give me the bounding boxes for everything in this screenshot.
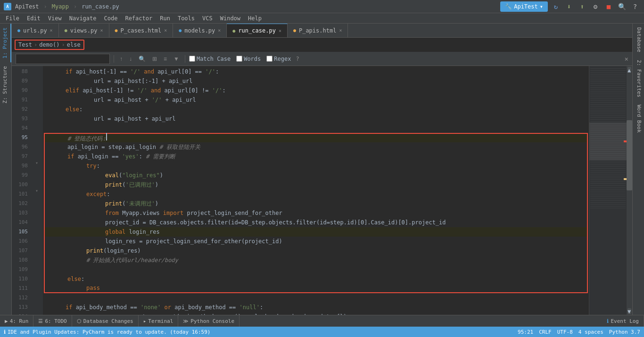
fold-marker-98[interactable]: ▾: [35, 158, 43, 168]
tab-run-case-py[interactable]: ● run_case.py ×: [227, 24, 288, 38]
search-everywhere-button[interactable]: 🔍: [617, 1, 627, 12]
words-checkbox[interactable]: [236, 56, 242, 62]
match-case-option[interactable]: Match Case: [189, 56, 231, 62]
minimap: [589, 66, 627, 315]
tab-icon-pcases: ●: [115, 28, 118, 33]
tab-close-pcases[interactable]: ×: [164, 28, 167, 33]
menu-file[interactable]: File: [2, 14, 23, 23]
status-encoding[interactable]: UTF-8: [557, 329, 573, 335]
refresh-button[interactable]: ↻: [551, 1, 561, 12]
words-option[interactable]: Words: [236, 56, 261, 62]
search-bar: ↑ ↓ 🔍 ⊞ ≡ ▼ Match Case Words Regex ? ×: [12, 52, 632, 66]
download-button[interactable]: ⬇: [564, 1, 574, 12]
match-case-checkbox[interactable]: [189, 56, 195, 62]
scroll-track[interactable]: [627, 74, 632, 307]
bottom-tab-run[interactable]: ▶ 4: Run: [0, 315, 33, 327]
search-input[interactable]: [16, 54, 110, 64]
breadcrumb-else[interactable]: else: [67, 41, 81, 48]
status-position[interactable]: 95:21: [518, 329, 533, 335]
regex-help-icon[interactable]: ?: [296, 56, 299, 62]
tab-views-py[interactable]: ● views.py ×: [59, 24, 109, 38]
breadcrumb-test[interactable]: Test: [18, 41, 32, 48]
sidebar-tab-favorites[interactable]: 2: Favorites: [633, 56, 644, 101]
search-options-button[interactable]: ▼: [172, 55, 181, 63]
minimap-code: [589, 66, 627, 315]
help-button[interactable]: ?: [630, 1, 640, 12]
code-line-88: if api_host[-1] == '/' and api_url[0] ==…: [43, 67, 589, 76]
status-message[interactable]: ℹ IDE and Plugin Updates: PyCharm is rea…: [4, 329, 210, 335]
stop-button[interactable]: ■: [603, 1, 614, 12]
status-indent[interactable]: 4 spaces: [578, 329, 603, 335]
search-more-button[interactable]: ≡: [162, 55, 169, 63]
search-close-button[interactable]: ×: [625, 55, 628, 63]
tab-p-apis-html[interactable]: ● P_apis.html ×: [288, 24, 348, 38]
code-line-97: if api_login == 'yes': # 需要判断: [44, 152, 588, 161]
code-line-95: # 登陆态代码:: [44, 133, 588, 142]
tab-close-views[interactable]: ×: [100, 28, 103, 33]
search-find-button[interactable]: 🔍: [137, 55, 148, 63]
tab-close-runcase[interactable]: ×: [279, 28, 281, 33]
menu-navigate[interactable]: Navigate: [66, 14, 100, 23]
code-line-101: except:: [44, 189, 588, 199]
regex-checkbox[interactable]: [266, 56, 272, 62]
code-editor[interactable]: 88 89 90 91 92 93 94 95 96 97 98 99 100 …: [12, 66, 632, 315]
code-line-93: url = api_host + api_url: [43, 114, 589, 123]
menu-code[interactable]: Code: [100, 14, 122, 23]
tab-close-papis[interactable]: ×: [339, 28, 342, 33]
regex-option[interactable]: Regex: [266, 56, 291, 62]
tab-icon-papis: ●: [293, 28, 296, 33]
current-file: run_case.py: [82, 3, 119, 10]
menu-view[interactable]: View: [44, 14, 66, 23]
code-line-100: print('已调用过'): [44, 180, 588, 189]
sidebar-tab-wordbook[interactable]: Word Book: [633, 101, 644, 137]
upload-button[interactable]: ⬆: [577, 1, 587, 12]
tab-icon-views: ●: [65, 28, 67, 33]
code-line-111: pass: [44, 284, 588, 293]
api-test-button[interactable]: 🔧 ApiTest ▾: [500, 1, 548, 12]
code-line-94: [43, 123, 589, 133]
tab-close-urls[interactable]: ×: [50, 28, 53, 33]
bottom-tab-db-changes[interactable]: ⬡ Database Changes: [72, 315, 139, 327]
code-content[interactable]: if api_host[-1] == '/' and api_url[0] ==…: [43, 66, 589, 315]
tab-p-cases-html[interactable]: ● P_cases.html ×: [109, 24, 173, 38]
bottom-tab-terminal[interactable]: ▸ Terminal: [139, 315, 179, 327]
menu-edit[interactable]: Edit: [23, 14, 44, 23]
bottom-tab-event-log[interactable]: ℹ Event Log: [602, 315, 644, 327]
scroll-down-button[interactable]: ▼: [627, 308, 631, 314]
sidebar-tab-project[interactable]: 1: Project: [0, 24, 11, 62]
search-next-button[interactable]: ↓: [127, 55, 134, 63]
menu-vcs[interactable]: VCS: [198, 14, 216, 23]
sidebar-tab-database[interactable]: Database: [633, 24, 644, 56]
bottom-tab-todo[interactable]: ☰ 6: TODO: [33, 315, 72, 327]
scrollbar[interactable]: ▲ ▼: [627, 66, 632, 315]
scroll-up-button[interactable]: ▲: [627, 67, 631, 73]
breadcrumb-demo[interactable]: demo(): [39, 41, 59, 48]
fold-gutter: ▾ ▾: [35, 66, 43, 315]
terminal-icon: ▸: [143, 318, 147, 324]
code-line-110: else:: [44, 274, 588, 284]
status-python-version[interactable]: Python 3.7: [609, 329, 640, 335]
bottom-tab-python-console[interactable]: ≫ Python Console: [178, 315, 239, 327]
sidebar-tab-structure[interactable]: Z: Structure: [0, 62, 11, 107]
search-prev-button[interactable]: ↑: [118, 55, 124, 63]
tab-urls-py[interactable]: ● urls.py ×: [12, 24, 59, 38]
menu-run[interactable]: Run: [156, 14, 174, 23]
menu-help[interactable]: Help: [244, 14, 265, 23]
fold-marker-101[interactable]: ▾: [35, 186, 43, 195]
menu-tools[interactable]: Tools: [174, 14, 198, 23]
tab-models-py[interactable]: ● models.py ×: [173, 24, 227, 38]
code-line-106: login_res = project_login_send_for_other…: [44, 237, 588, 246]
scroll-thumb[interactable]: [627, 120, 632, 190]
code-line-103: from Myapp.views import project_login_se…: [44, 208, 588, 218]
tab-close-models[interactable]: ×: [218, 28, 221, 33]
status-line-ending[interactable]: CRLF: [539, 329, 552, 335]
bottom-bar: ▶ 4: Run ☰ 6: TODO ⬡ Database Changes ▸ …: [0, 315, 644, 327]
code-line-96: api_login = step.api_login # 获取登陆开关: [44, 142, 588, 152]
menu-refactor[interactable]: Refactor: [121, 14, 156, 23]
left-sidebar: 1: Project Z: Structure: [0, 24, 12, 315]
search-filter-button[interactable]: ⊞: [150, 55, 159, 63]
tab-icon-runcase: ●: [232, 28, 235, 33]
menu-window[interactable]: Window: [216, 14, 244, 23]
settings-button[interactable]: ⚙: [590, 1, 601, 12]
minimap-content: [589, 66, 627, 315]
